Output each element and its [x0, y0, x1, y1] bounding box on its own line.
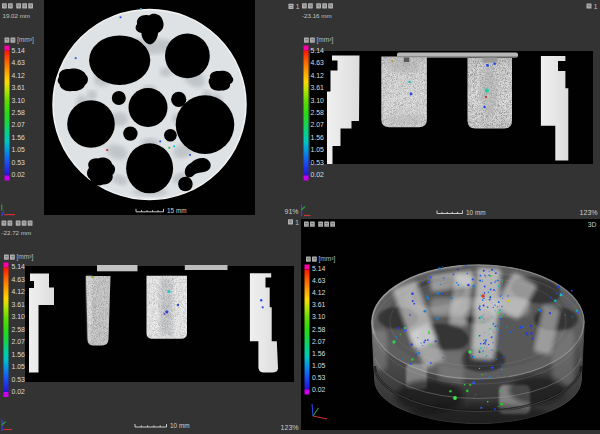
svg-text:3.10: 3.10 — [12, 97, 26, 104]
svg-text:2.07: 2.07 — [12, 338, 26, 345]
svg-text:[mm³]: [mm³] — [317, 36, 334, 44]
svg-text:5.14: 5.14 — [12, 263, 26, 270]
svg-text:10 mm: 10 mm — [170, 422, 190, 429]
svg-text:2.58: 2.58 — [12, 326, 26, 333]
svg-text:1: 1 — [594, 3, 598, 10]
svg-text:4.12: 4.12 — [312, 289, 326, 296]
svg-text:2.58: 2.58 — [12, 109, 26, 116]
svg-text:1.05: 1.05 — [311, 146, 325, 153]
svg-text:0.53: 0.53 — [12, 159, 26, 166]
svg-text:3.10: 3.10 — [312, 313, 326, 320]
svg-text:1: 1 — [295, 219, 299, 226]
svg-text:91%: 91% — [284, 208, 298, 215]
svg-text:5.14: 5.14 — [312, 265, 326, 272]
svg-text:4.12: 4.12 — [12, 72, 26, 79]
svg-text:1.05: 1.05 — [312, 362, 326, 369]
svg-text:15 mm: 15 mm — [167, 207, 187, 214]
svg-text:4.63: 4.63 — [312, 277, 326, 284]
svg-text:1.56: 1.56 — [312, 350, 326, 357]
svg-text:4.63: 4.63 — [12, 59, 26, 66]
svg-text:1.05: 1.05 — [12, 363, 26, 370]
svg-text:1.05: 1.05 — [12, 146, 26, 153]
svg-text:0.53: 0.53 — [312, 374, 326, 381]
svg-text:5.14: 5.14 — [311, 47, 325, 54]
svg-text:0.02: 0.02 — [12, 171, 26, 178]
svg-text:2.07: 2.07 — [311, 121, 325, 128]
svg-text:3.61: 3.61 — [311, 84, 325, 91]
svg-text:2.58: 2.58 — [312, 326, 326, 333]
svg-text:[mm³]: [mm³] — [17, 253, 34, 261]
svg-text:3.61: 3.61 — [12, 84, 26, 91]
svg-text:4.12: 4.12 — [12, 288, 26, 295]
svg-text:0.02: 0.02 — [312, 386, 326, 393]
svg-text:1: 1 — [296, 3, 300, 10]
svg-text:2.07: 2.07 — [12, 121, 26, 128]
svg-text:123%: 123% — [580, 209, 598, 216]
svg-text:4.63: 4.63 — [311, 59, 325, 66]
svg-text:5.14: 5.14 — [12, 47, 26, 54]
svg-text:2.07: 2.07 — [312, 338, 326, 345]
svg-text:3.10: 3.10 — [12, 313, 26, 320]
svg-text:123%: 123% — [281, 424, 299, 431]
svg-text:-23.16 mm: -23.16 mm — [302, 12, 332, 19]
svg-text:[mm³]: [mm³] — [319, 255, 336, 263]
svg-text:4.12: 4.12 — [311, 72, 325, 79]
svg-text:2.58: 2.58 — [311, 109, 325, 116]
svg-text:19.02 mm: 19.02 mm — [3, 12, 31, 19]
svg-text:-22.72 mm: -22.72 mm — [2, 229, 32, 236]
svg-text:3.61: 3.61 — [312, 301, 326, 308]
svg-text:0.02: 0.02 — [311, 171, 325, 178]
svg-text:[mm³]: [mm³] — [17, 36, 34, 44]
svg-text:10 mm: 10 mm — [466, 209, 486, 216]
svg-text:4.63: 4.63 — [12, 276, 26, 283]
svg-text:0.53: 0.53 — [311, 159, 325, 166]
svg-text:3D: 3D — [588, 221, 597, 228]
svg-text:1.56: 1.56 — [311, 134, 325, 141]
svg-text:3.10: 3.10 — [311, 97, 325, 104]
svg-text:0.02: 0.02 — [12, 388, 26, 395]
svg-text:3.61: 3.61 — [12, 301, 26, 308]
svg-text:0.53: 0.53 — [12, 376, 26, 383]
svg-text:1.56: 1.56 — [12, 351, 26, 358]
svg-text:1.56: 1.56 — [12, 134, 26, 141]
